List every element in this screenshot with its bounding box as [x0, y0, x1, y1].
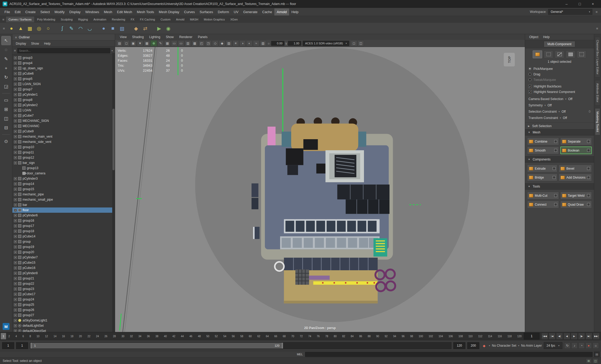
outliner-item-group[interactable]: +group [12, 239, 115, 244]
shelf-editor-icon[interactable]: ≡ [595, 27, 599, 30]
outliner-item-pcube9[interactable]: +pCube9 [12, 129, 115, 134]
shelf-tab-rigging[interactable]: Rigging [75, 17, 90, 22]
anim-preferences-icon[interactable]: ☼ [593, 342, 599, 349]
options-box-icon[interactable] [554, 194, 557, 197]
expand-icon[interactable]: + [14, 204, 17, 206]
expand-icon[interactable]: + [14, 309, 17, 311]
outliner-item-pcylinder1[interactable]: +pCylinder1 [12, 92, 115, 97]
lock-camera-icon[interactable]: ◻ [123, 40, 130, 46]
script-editor-icon[interactable]: ▤ [594, 352, 600, 357]
outliner-item-mechanic-main-vent[interactable]: +mechanic_main_vent [12, 134, 115, 139]
connect-button[interactable]: Connect [527, 201, 559, 208]
separate-button[interactable]: Separate [560, 138, 592, 145]
expand-icon[interactable]: + [14, 104, 17, 107]
extrude-button[interactable]: Extrude [527, 165, 557, 172]
outliner-item-mechanic-side-vent[interactable]: +mechanic_side_vent [12, 139, 115, 144]
ep-curve-icon[interactable]: ∫ [58, 24, 66, 33]
outliner-item-group21[interactable]: +group21 [12, 276, 115, 281]
outliner-item-bar[interactable]: +bar [12, 202, 115, 207]
render-icon[interactable]: ▶ [155, 24, 163, 33]
quad-draw-button[interactable]: Quad Draw [560, 201, 592, 208]
outliner-menu-show[interactable]: Show [29, 41, 41, 46]
edge-mode-icon[interactable] [555, 50, 564, 58]
shelf-tab-curves-surfaces[interactable]: Curves / Surfaces [6, 17, 34, 22]
scrollbar-thumb[interactable] [112, 109, 115, 170]
outliner-item-mechanic[interactable]: +MECHANIC [12, 123, 115, 129]
outliner-item-pcube17[interactable]: +pCube17 [12, 292, 115, 297]
shelf-tab-fx[interactable]: FX [128, 17, 137, 22]
expand-icon[interactable]: + [14, 261, 17, 264]
fps-dropdown[interactable]: 24 fps ▾ [544, 342, 562, 349]
options-box-icon[interactable] [587, 194, 590, 197]
expand-icon[interactable]: + [14, 83, 17, 86]
outliner-item-door-camera[interactable]: door_camera [12, 171, 115, 176]
layout-four-pane-button[interactable]: ⊞ [2, 105, 11, 114]
mirror-icon[interactable]: ⇄ [141, 24, 150, 33]
multi-component-mode-icon[interactable] [533, 50, 542, 58]
search-input[interactable] [17, 48, 110, 53]
outliner-item-group16[interactable]: +group16 [12, 218, 115, 223]
set-key-icon[interactable]: ◆ [481, 344, 487, 348]
options-box-icon[interactable] [587, 176, 590, 179]
expand-icon[interactable]: + [14, 188, 17, 191]
outliner-item-group23[interactable]: +group23 [12, 286, 115, 292]
resolution-gate-icon[interactable]: ▭ [178, 40, 184, 46]
selection-constraint-dropdown[interactable]: Selection Constraint▾Off0 [528, 108, 590, 115]
motion-blur-icon[interactable]: ≈ [253, 40, 259, 46]
step-forward-key-button[interactable]: |▶ [578, 333, 585, 340]
outliner-item-group11[interactable]: +group11 [12, 150, 115, 155]
transform-constraint-dropdown[interactable]: Transform Constraint▾Off [528, 115, 590, 121]
vertex-mode-icon[interactable] [544, 50, 553, 58]
bridge-button[interactable]: Bridge [527, 174, 557, 181]
three-point-arc-icon[interactable]: ◠ [76, 24, 85, 33]
outliner-item-mechanic-pipe[interactable]: +mechanic_pipe [12, 192, 115, 197]
expand-icon[interactable]: + [14, 109, 17, 112]
shelf-tab-animation[interactable]: Animation [91, 17, 109, 22]
outliner-item-pcylinder7[interactable]: +pCylinder7 [12, 255, 115, 260]
panel-menu-icon[interactable]: ≡ [15, 35, 17, 39]
zoom-tool[interactable]: ⊙ [2, 137, 11, 146]
expand-icon[interactable]: + [14, 198, 17, 201]
step-back-key-button[interactable]: ◀| [556, 333, 563, 340]
shadows-icon[interactable]: ◑ [239, 40, 246, 46]
menu-display[interactable]: Display [67, 8, 83, 15]
poly-sphere-icon[interactable]: ● [100, 24, 108, 33]
menu-file[interactable]: File [2, 8, 12, 15]
workspace-dropdown[interactable]: General* ▾ [548, 9, 592, 15]
film-gate-icon[interactable]: ▭ [171, 40, 177, 46]
expand-icon[interactable]: + [14, 72, 17, 75]
menu-help[interactable]: Help [289, 8, 301, 15]
menu-generate[interactable]: Generate [241, 8, 260, 15]
safe-action-icon[interactable]: ◰ [198, 40, 205, 46]
outliner-item-loan-sign[interactable]: +LOAN_SIGN [12, 81, 115, 87]
menu-select[interactable]: Select [38, 8, 52, 15]
outliner-item-group24[interactable]: +group24 [12, 297, 115, 302]
symmetry-dropdown[interactable]: Symmetry▾Off [528, 102, 590, 108]
outliner-item-floor[interactable]: +floor [12, 207, 115, 213]
outliner-item-group5[interactable]: +group5 [12, 76, 115, 81]
menu-windows[interactable]: Windows [83, 8, 101, 15]
outliner-item-pcube14[interactable]: +pCube14 [12, 234, 115, 239]
outliner-item-loan[interactable]: +LOAN [12, 108, 115, 113]
outliner-item-pcube6[interactable]: +pCube6 [12, 71, 115, 76]
animation-end-field[interactable]: 200 [467, 342, 479, 349]
expand-icon[interactable]: + [14, 214, 17, 217]
sound-icon[interactable]: ♪ [571, 342, 578, 349]
expand-icon[interactable]: + [14, 183, 17, 185]
expand-icon[interactable]: + [14, 88, 17, 91]
expand-icon[interactable]: + [14, 119, 17, 122]
expand-icon[interactable]: + [14, 282, 17, 285]
expand-icon[interactable]: + [14, 151, 17, 154]
smooth-shade-icon[interactable]: ◆ [219, 40, 225, 46]
range-slider-track[interactable]: 1 120 [30, 342, 451, 349]
expand-icon[interactable]: + [14, 277, 17, 280]
section-mesh[interactable]: ▼Mesh [525, 129, 594, 136]
playback-start-field[interactable]: 1 [16, 342, 28, 349]
shelf-tab-menu-icon[interactable]: ≡ [1, 18, 6, 22]
add-divisions-button[interactable]: Add Divisions [559, 174, 592, 181]
expand-icon[interactable]: + [14, 93, 17, 96]
expand-icon[interactable]: + [14, 293, 17, 296]
outliner-item-pcylinder3[interactable]: +pCylinder3 [12, 176, 115, 181]
gate-mask-icon[interactable]: ▥ [185, 40, 191, 46]
bevel-button[interactable]: Bevel [559, 165, 592, 172]
